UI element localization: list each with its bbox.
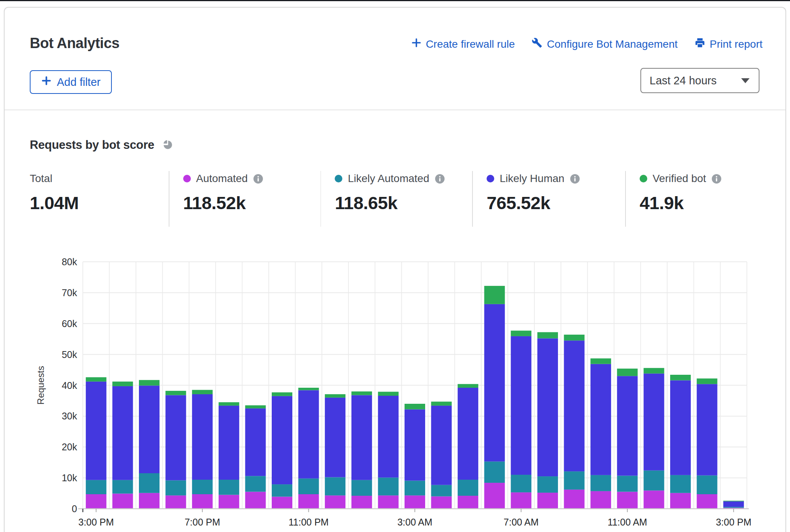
svg-text:20k: 20k [62,442,77,452]
svg-text:0: 0 [72,503,77,514]
stat-verified-bot: Verified bot 41.9k [626,171,763,228]
info-icon[interactable] [711,174,722,184]
print-report-link[interactable]: Print report [695,37,763,51]
stacked-bar-chart-canvas[interactable]: 010k20k30k40k50k60k70k80k3:00 PM7:00 PM1… [5,235,790,532]
svg-text:11:00 AM: 11:00 AM [608,517,647,527]
header-actions: Create firewall rule Configure Bot Manag… [411,37,763,51]
time-range-select[interactable]: Last 24 hours [640,68,759,93]
svg-text:40k: 40k [62,380,77,391]
header-divider [5,110,785,110]
create-firewall-rule-label: Create firewall rule [426,38,515,50]
stat-automated-value: 118.52k [183,192,309,213]
svg-text:11:00 PM: 11:00 PM [289,517,329,527]
info-icon[interactable] [570,174,580,184]
chevron-down-icon [741,78,750,83]
svg-text:7:00 PM: 7:00 PM [185,517,220,527]
requests-by-bot-score-chart[interactable]: 010k20k30k40k50k60k70k80k3:00 PM7:00 PM1… [5,235,790,532]
likely-automated-dot [335,175,342,182]
svg-text:Requests: Requests [35,366,46,405]
stat-total: Total 1.04M [30,171,169,228]
plus-icon [411,38,421,50]
svg-text:3:00 AM: 3:00 AM [397,517,432,527]
stat-likely-automated: Likely Automated 118.65k [321,171,472,228]
info-icon[interactable] [435,174,445,184]
plus-icon [41,76,52,89]
svg-text:60k: 60k [62,318,77,329]
add-filter-button[interactable]: Add filter [30,70,112,94]
section-title: Requests by bot score [30,138,154,152]
svg-text:10k: 10k [62,472,77,483]
svg-text:80k: 80k [62,256,77,267]
printer-icon [695,37,705,51]
stat-likely-human-label: Likely Human [500,172,564,185]
bot-analytics-card: Bot Analytics Create firewall rule Confi… [4,7,786,532]
stat-verified-bot-value: 41.9k [640,192,751,213]
stat-likely-human-value: 765.52k [487,192,614,213]
time-range-value: Last 24 hours [650,74,717,87]
svg-text:50k: 50k [62,349,77,360]
stat-likely-human: Likely Human 765.52k [473,171,625,228]
svg-text:30k: 30k [62,411,77,421]
print-report-label: Print report [710,38,763,50]
verified-bot-dot [640,175,647,182]
stat-automated: Automated 118.52k [169,171,321,228]
automated-dot [183,175,191,182]
pie-chart-icon [162,139,174,152]
svg-text:3:00 PM: 3:00 PM [716,517,751,527]
stat-likely-automated-value: 118.65k [335,192,461,213]
configure-bot-management-link[interactable]: Configure Bot Management [532,37,677,51]
svg-text:3:00 PM: 3:00 PM [78,517,114,527]
svg-text:70k: 70k [62,287,77,298]
create-firewall-rule-link[interactable]: Create firewall rule [411,38,515,50]
stat-likely-automated-label: Likely Automated [348,172,429,185]
configure-bot-management-label: Configure Bot Management [547,38,677,50]
window-top-edge [0,0,790,1]
stat-total-value: 1.04M [30,192,157,213]
stat-total-label: Total [30,172,52,185]
page-title: Bot Analytics [30,35,119,52]
wrench-icon [532,37,542,51]
stat-automated-label: Automated [196,172,248,185]
svg-text:7:00 AM: 7:00 AM [504,517,539,527]
bot-score-legend-stats: Total 1.04M Automated 118.52k Likely Aut… [30,171,763,228]
section-title-row: Requests by bot score [30,138,174,152]
stat-verified-bot-label: Verified bot [653,172,706,185]
likely-human-dot [487,175,494,182]
add-filter-label: Add filter [57,76,100,89]
info-icon[interactable] [253,174,263,184]
